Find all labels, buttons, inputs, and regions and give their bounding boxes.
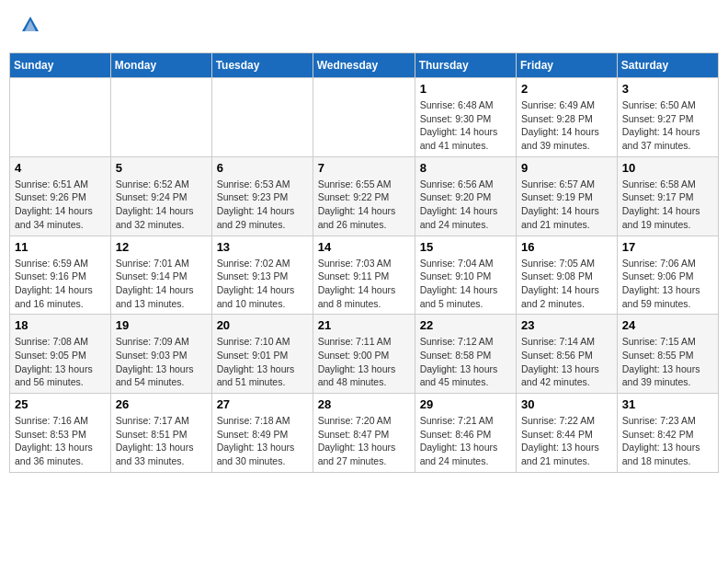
day-number: 24	[622, 318, 713, 332]
calendar-cell: 30Sunrise: 7:22 AMSunset: 8:44 PMDayligh…	[517, 394, 618, 473]
calendar-cell: 13Sunrise: 7:02 AMSunset: 9:13 PMDayligh…	[211, 236, 313, 315]
day-info: Sunrise: 7:14 AMSunset: 8:56 PMDaylight:…	[521, 335, 612, 389]
day-number: 3	[622, 82, 713, 96]
day-info: Sunrise: 6:52 AMSunset: 9:24 PMDaylight:…	[116, 178, 207, 232]
calendar-cell: 5Sunrise: 6:52 AMSunset: 9:24 PMDaylight…	[110, 156, 211, 236]
calendar-cell: 6Sunrise: 6:53 AMSunset: 9:23 PMDaylight…	[211, 156, 313, 236]
day-header-sunday: Sunday	[10, 53, 111, 78]
day-info: Sunrise: 6:53 AMSunset: 9:23 PMDaylight:…	[217, 178, 308, 232]
day-number: 21	[318, 318, 410, 332]
calendar-cell: 25Sunrise: 7:16 AMSunset: 8:53 PMDayligh…	[10, 394, 111, 473]
calendar-cell: 24Sunrise: 7:15 AMSunset: 8:55 PMDayligh…	[617, 315, 718, 394]
day-info: Sunrise: 6:55 AMSunset: 9:22 PMDaylight:…	[318, 178, 410, 232]
calendar-cell: 21Sunrise: 7:11 AMSunset: 9:00 PMDayligh…	[313, 315, 415, 394]
calendar-cell: 19Sunrise: 7:09 AMSunset: 9:03 PMDayligh…	[110, 315, 211, 394]
calendar-cell: 31Sunrise: 7:23 AMSunset: 8:42 PMDayligh…	[617, 394, 718, 473]
day-number: 2	[521, 82, 612, 96]
day-info: Sunrise: 7:09 AMSunset: 9:03 PMDaylight:…	[116, 335, 207, 389]
calendar-cell: 8Sunrise: 6:56 AMSunset: 9:20 PMDaylight…	[415, 156, 516, 236]
calendar-week-1: 1Sunrise: 6:48 AMSunset: 9:30 PMDaylight…	[10, 78, 719, 157]
day-info: Sunrise: 7:16 AMSunset: 8:53 PMDaylight:…	[15, 414, 106, 468]
logo-icon	[20, 15, 40, 35]
day-number: 8	[420, 161, 511, 175]
day-info: Sunrise: 7:06 AMSunset: 9:06 PMDaylight:…	[622, 257, 713, 311]
calendar-cell: 16Sunrise: 7:05 AMSunset: 9:08 PMDayligh…	[517, 236, 618, 315]
calendar-cell: 12Sunrise: 7:01 AMSunset: 9:14 PMDayligh…	[110, 236, 211, 315]
calendar-week-2: 4Sunrise: 6:51 AMSunset: 9:26 PMDaylight…	[10, 156, 719, 236]
calendar-cell: 28Sunrise: 7:20 AMSunset: 8:47 PMDayligh…	[313, 394, 415, 473]
day-info: Sunrise: 7:01 AMSunset: 9:14 PMDaylight:…	[116, 257, 207, 311]
day-info: Sunrise: 7:03 AMSunset: 9:11 PMDaylight:…	[318, 257, 410, 311]
calendar-cell: 1Sunrise: 6:48 AMSunset: 9:30 PMDaylight…	[415, 78, 516, 157]
day-info: Sunrise: 6:57 AMSunset: 9:19 PMDaylight:…	[521, 178, 612, 232]
logo	[18, 15, 40, 40]
day-number: 31	[622, 397, 713, 411]
day-number: 11	[15, 240, 106, 254]
calendar-cell: 9Sunrise: 6:57 AMSunset: 9:19 PMDaylight…	[517, 156, 618, 236]
day-number: 7	[318, 161, 410, 175]
calendar-cell: 18Sunrise: 7:08 AMSunset: 9:05 PMDayligh…	[10, 315, 111, 394]
day-info: Sunrise: 7:02 AMSunset: 9:13 PMDaylight:…	[217, 257, 308, 311]
day-number: 29	[420, 397, 511, 411]
day-info: Sunrise: 7:18 AMSunset: 8:49 PMDaylight:…	[217, 414, 308, 468]
calendar-cell: 23Sunrise: 7:14 AMSunset: 8:56 PMDayligh…	[517, 315, 618, 394]
day-number: 25	[15, 397, 106, 411]
day-number: 28	[318, 397, 410, 411]
calendar-cell	[110, 78, 211, 157]
day-number: 30	[521, 397, 612, 411]
page-header	[9, 9, 719, 45]
day-number: 4	[15, 161, 106, 175]
day-info: Sunrise: 7:22 AMSunset: 8:44 PMDaylight:…	[521, 414, 612, 468]
day-info: Sunrise: 7:12 AMSunset: 8:58 PMDaylight:…	[420, 335, 511, 389]
day-info: Sunrise: 7:11 AMSunset: 9:00 PMDaylight:…	[318, 335, 410, 389]
day-header-saturday: Saturday	[617, 53, 718, 78]
day-info: Sunrise: 6:56 AMSunset: 9:20 PMDaylight:…	[420, 178, 511, 232]
calendar-cell: 15Sunrise: 7:04 AMSunset: 9:10 PMDayligh…	[415, 236, 516, 315]
calendar-cell: 14Sunrise: 7:03 AMSunset: 9:11 PMDayligh…	[313, 236, 415, 315]
day-number: 23	[521, 318, 612, 332]
calendar-cell	[10, 78, 111, 157]
day-header-friday: Friday	[517, 53, 618, 78]
day-info: Sunrise: 6:58 AMSunset: 9:17 PMDaylight:…	[622, 178, 713, 232]
day-number: 1	[420, 82, 511, 96]
day-info: Sunrise: 7:05 AMSunset: 9:08 PMDaylight:…	[521, 257, 612, 311]
calendar-header-row: SundayMondayTuesdayWednesdayThursdayFrid…	[10, 53, 719, 78]
day-number: 9	[521, 161, 612, 175]
calendar-cell: 27Sunrise: 7:18 AMSunset: 8:49 PMDayligh…	[211, 394, 313, 473]
day-number: 26	[116, 397, 207, 411]
calendar-cell	[211, 78, 313, 157]
calendar-cell: 17Sunrise: 7:06 AMSunset: 9:06 PMDayligh…	[617, 236, 718, 315]
day-number: 15	[420, 240, 511, 254]
calendar-cell	[313, 78, 415, 157]
day-header-thursday: Thursday	[415, 53, 516, 78]
day-number: 22	[420, 318, 511, 332]
calendar-cell: 29Sunrise: 7:21 AMSunset: 8:46 PMDayligh…	[415, 394, 516, 473]
day-number: 10	[622, 161, 713, 175]
day-header-monday: Monday	[110, 53, 211, 78]
day-number: 6	[217, 161, 308, 175]
day-info: Sunrise: 6:59 AMSunset: 9:16 PMDaylight:…	[15, 257, 106, 311]
calendar-cell: 4Sunrise: 6:51 AMSunset: 9:26 PMDaylight…	[10, 156, 111, 236]
day-info: Sunrise: 7:17 AMSunset: 8:51 PMDaylight:…	[116, 414, 207, 468]
day-number: 18	[15, 318, 106, 332]
day-info: Sunrise: 7:21 AMSunset: 8:46 PMDaylight:…	[420, 414, 511, 468]
day-number: 12	[116, 240, 207, 254]
day-number: 20	[217, 318, 308, 332]
day-info: Sunrise: 7:08 AMSunset: 9:05 PMDaylight:…	[15, 335, 106, 389]
day-info: Sunrise: 6:50 AMSunset: 9:27 PMDaylight:…	[622, 98, 713, 153]
day-number: 19	[116, 318, 207, 332]
day-info: Sunrise: 7:20 AMSunset: 8:47 PMDaylight:…	[318, 414, 410, 468]
calendar-week-4: 18Sunrise: 7:08 AMSunset: 9:05 PMDayligh…	[10, 315, 719, 394]
day-header-wednesday: Wednesday	[313, 53, 415, 78]
day-info: Sunrise: 6:49 AMSunset: 9:28 PMDaylight:…	[521, 98, 612, 153]
day-info: Sunrise: 7:23 AMSunset: 8:42 PMDaylight:…	[622, 414, 713, 468]
calendar-cell: 3Sunrise: 6:50 AMSunset: 9:27 PMDaylight…	[617, 78, 718, 157]
calendar-table: SundayMondayTuesdayWednesdayThursdayFrid…	[9, 52, 719, 473]
day-number: 27	[217, 397, 308, 411]
calendar-week-3: 11Sunrise: 6:59 AMSunset: 9:16 PMDayligh…	[10, 236, 719, 315]
day-info: Sunrise: 7:15 AMSunset: 8:55 PMDaylight:…	[622, 335, 713, 389]
day-number: 14	[318, 240, 410, 254]
day-number: 13	[217, 240, 308, 254]
calendar-cell: 22Sunrise: 7:12 AMSunset: 8:58 PMDayligh…	[415, 315, 516, 394]
day-info: Sunrise: 7:04 AMSunset: 9:10 PMDaylight:…	[420, 257, 511, 311]
